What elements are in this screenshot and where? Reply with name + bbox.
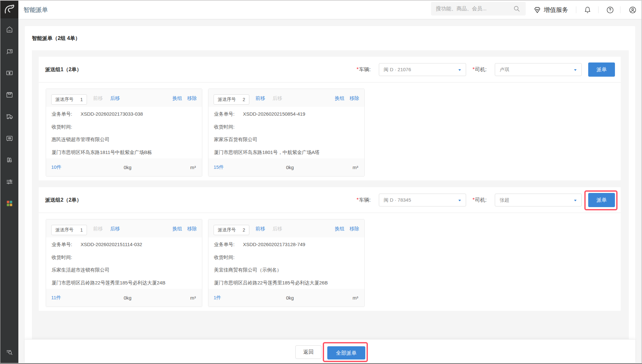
brand-logo[interactable] bbox=[0, 0, 18, 18]
sidebar-item-board[interactable] bbox=[0, 41, 18, 62]
move-up-link[interactable]: 前移 bbox=[255, 219, 265, 238]
sidebar-item-query[interactable] bbox=[0, 341, 18, 363]
order-card-header: 派送序号1 前移 后移 换组移除 bbox=[46, 219, 202, 237]
group-1-vehicle-select[interactable]: 闽 D · 21076 bbox=[379, 63, 466, 76]
order-card-header: 派送序号2 前移 后移 换组移除 bbox=[208, 219, 364, 237]
move-up-link[interactable]: 前移 bbox=[255, 89, 265, 107]
dispatch-all-button[interactable]: 全部派单 bbox=[327, 346, 365, 359]
account-button[interactable] bbox=[628, 1, 637, 19]
group-2-dispatch-button[interactable]: 派单 bbox=[588, 193, 615, 207]
required-mark: * bbox=[473, 67, 474, 72]
remove-link[interactable]: 移除 bbox=[350, 219, 359, 238]
receive-time-line: 收货时间: bbox=[52, 120, 196, 133]
receive-time-line: 收货时间: bbox=[52, 251, 196, 264]
customer-line: 乐家生活超市连锁有限公司 bbox=[52, 263, 196, 276]
required-mark: * bbox=[473, 197, 474, 203]
package-icon bbox=[5, 91, 14, 99]
weight-value: 0kg bbox=[259, 165, 321, 170]
search-icon[interactable] bbox=[513, 5, 521, 13]
user-icon bbox=[628, 6, 637, 14]
header-separator bbox=[598, 6, 599, 13]
bell-icon bbox=[583, 6, 592, 14]
group-2-vehicle-select[interactable]: 闽 D · 78345 bbox=[379, 194, 466, 206]
help-button[interactable] bbox=[606, 1, 614, 19]
address-line: 厦门市思明区吕岭路22号莲秀里185号必利达大厦24B bbox=[52, 276, 196, 289]
order-card-body: 业务单号:XSDD-20260202173128-749 收货时间: 美宜佳商贸… bbox=[208, 237, 364, 289]
notifications-button[interactable] bbox=[583, 1, 592, 19]
move-up-link[interactable]: 前移 bbox=[93, 89, 103, 107]
whiteboard-icon bbox=[5, 47, 14, 55]
sidebar-item-apps[interactable] bbox=[0, 193, 18, 215]
driver-label: *司机: bbox=[473, 187, 487, 213]
move-down-link[interactable]: 后移 bbox=[273, 219, 282, 238]
pieces-link[interactable]: 11件 bbox=[51, 295, 96, 301]
home-icon bbox=[5, 25, 14, 34]
required-mark: * bbox=[357, 197, 359, 203]
footer-action-bar: 返回 全部派单 bbox=[25, 339, 635, 363]
move-down-link[interactable]: 后移 bbox=[110, 219, 120, 238]
sidebar-item-home[interactable] bbox=[0, 19, 18, 41]
volume-value: m³ bbox=[321, 295, 358, 301]
gem-icon bbox=[533, 6, 541, 14]
remove-link[interactable]: 移除 bbox=[187, 89, 197, 107]
group-1-header: 派送组1（2单） *车辆: 闽 D · 21076 *司机: 卢琪 派单 bbox=[39, 57, 621, 82]
sidebar-item-delivery[interactable] bbox=[0, 106, 18, 128]
order-no-line: 业务单号:XSDD-20260202151114-032 bbox=[52, 238, 196, 251]
change-group-link[interactable]: 换组 bbox=[172, 89, 182, 107]
change-group-link[interactable]: 换组 bbox=[335, 89, 344, 107]
pieces-link[interactable]: 1件 bbox=[214, 295, 259, 301]
chevron-down-icon bbox=[458, 200, 461, 201]
safe-icon bbox=[5, 134, 14, 142]
apps-grid-icon bbox=[5, 199, 14, 207]
order-no-line: 业务单号:XSDD-20260202150854-419 bbox=[214, 108, 359, 120]
truck-icon bbox=[5, 112, 14, 120]
change-group-link[interactable]: 换组 bbox=[172, 219, 182, 238]
sidebar-item-settings[interactable] bbox=[0, 171, 18, 193]
sidebar-item-safe[interactable] bbox=[0, 128, 18, 149]
order-card-header: 派送序号2 前移 后移 换组移除 bbox=[208, 89, 364, 107]
address-line: 厦门市思明区环岛东路1811号中航紫金广场B栋 bbox=[52, 146, 196, 159]
receive-time-line: 收货时间: bbox=[214, 120, 359, 133]
move-up-link[interactable]: 前移 bbox=[93, 219, 103, 238]
move-down-link[interactable]: 后移 bbox=[273, 89, 282, 107]
back-button[interactable]: 返回 bbox=[295, 345, 321, 359]
order-card-body: 业务单号:XSDD-20260202151114-032 收货时间: 乐家生活超… bbox=[46, 237, 202, 289]
pieces-link[interactable]: 10件 bbox=[51, 164, 96, 170]
remove-link[interactable]: 移除 bbox=[350, 89, 359, 107]
group-2-driver-select[interactable]: 张超 bbox=[495, 194, 582, 206]
list-search-icon bbox=[5, 348, 14, 356]
receive-time-line: 收货时间: bbox=[214, 251, 359, 264]
header-title: 智能派单 bbox=[24, 1, 48, 19]
order-card-2-2: 派送序号2 前移 后移 换组移除 业务单号:XSDD-2026020217312… bbox=[208, 219, 365, 307]
page-title: 智能派单（2组 4单） bbox=[32, 26, 80, 50]
address-line: 厦门市思明区吕岭路22号莲秀里185号必利达大厦26B bbox=[214, 276, 359, 289]
weight-value: 0kg bbox=[96, 295, 159, 301]
help-icon bbox=[606, 6, 614, 14]
group-1-driver-select[interactable]: 卢琪 bbox=[495, 63, 582, 76]
change-group-link[interactable]: 换组 bbox=[335, 219, 344, 238]
seq-input[interactable]: 派送序号1 bbox=[51, 94, 87, 105]
order-card-1-2: 派送序号2 前移 后移 换组移除 业务单号:XSDD-2026020215085… bbox=[208, 89, 365, 177]
pieces-link[interactable]: 15件 bbox=[214, 164, 259, 170]
seq-input[interactable]: 派送序号1 bbox=[51, 225, 87, 235]
seq-input[interactable]: 派送序号2 bbox=[214, 94, 249, 105]
value-added-services-label: 增值服务 bbox=[544, 6, 568, 14]
order-card-1-1: 派送序号1 前移 后移 换组移除 业务单号:XSDD-2026020217303… bbox=[46, 89, 202, 177]
sidebar-item-money[interactable] bbox=[0, 62, 18, 84]
sidebar-item-books[interactable] bbox=[0, 149, 18, 171]
header-separator bbox=[576, 6, 576, 13]
move-down-link[interactable]: 后移 bbox=[110, 89, 120, 107]
books-icon bbox=[5, 156, 14, 164]
value-added-services[interactable]: 增值服务 bbox=[533, 1, 568, 19]
order-card-footer: 15件 0kg m³ bbox=[208, 158, 364, 176]
sidebar-item-package[interactable] bbox=[0, 84, 18, 106]
weight-value: 0kg bbox=[96, 165, 159, 170]
dispatch-group-1: 派送组1（2单） *车辆: 闽 D · 21076 *司机: 卢琪 派单 派送序… bbox=[39, 57, 621, 180]
remove-link[interactable]: 移除 bbox=[187, 219, 197, 238]
chevron-down-icon bbox=[574, 69, 577, 71]
sliders-icon bbox=[5, 178, 14, 186]
seq-input[interactable]: 派送序号2 bbox=[214, 225, 249, 235]
window-edge bbox=[0, 0, 642, 1]
search-input[interactable] bbox=[431, 2, 526, 15]
group-1-dispatch-button[interactable]: 派单 bbox=[588, 62, 615, 77]
